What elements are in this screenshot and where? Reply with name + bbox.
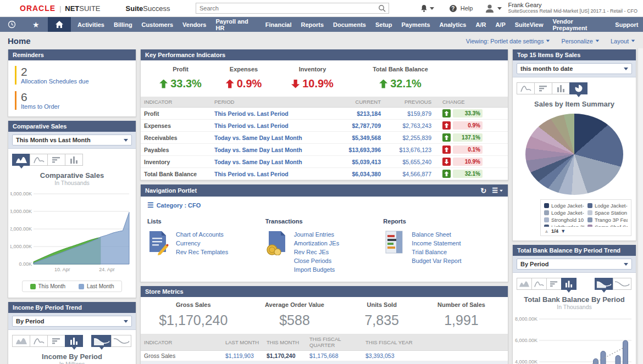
nav-item-ap[interactable]: A/P	[491, 17, 510, 32]
kpi-total-bank-balance[interactable]: Total Bank Balance 32.1%	[352, 66, 448, 90]
nav-item-financial[interactable]: Financial	[260, 17, 296, 32]
nav-item-ar[interactable]: A/R	[471, 17, 491, 32]
bank-balance-header[interactable]: Total Bank Balance By Period Trend	[513, 245, 636, 256]
kpi-row-inventory[interactable]: InventoryToday vs. Same Day Last Month $…	[141, 156, 508, 168]
link-balance-sheet[interactable]: Balance Sheet	[412, 230, 461, 239]
bank-balance-period-select[interactable]: By Period	[517, 259, 632, 270]
link-income-statement[interactable]: Income Statement	[412, 239, 461, 248]
kpi-row-receivables[interactable]: ReceivablesToday vs. Same Day Last Month…	[141, 132, 508, 144]
category-link[interactable]: ☰Category : CFO	[147, 201, 501, 209]
nav-item-payments[interactable]: Payments	[397, 17, 435, 32]
sales-pie-chart[interactable]	[525, 114, 623, 195]
income-by-period-header[interactable]: Income By Period Trend	[8, 302, 136, 313]
nav-item-setup[interactable]: Setup	[370, 17, 397, 32]
income-period-select[interactable]: By Period	[12, 316, 132, 327]
trend-on-icon[interactable]	[91, 335, 112, 347]
kpi-portlet-header[interactable]: Key Performance Indicators	[141, 49, 508, 60]
global-search[interactable]	[196, 3, 389, 14]
vbar-chart-icon[interactable]	[65, 335, 83, 347]
recent-records-icon[interactable]	[0, 17, 24, 32]
nav-item-documents[interactable]: Documents	[329, 17, 371, 32]
kpi-row-profit[interactable]: ProfitThis Period vs. Last Period $213,1…	[141, 108, 508, 120]
home-icon[interactable]	[48, 17, 71, 32]
nav-item-suiteview[interactable]: SuiteView	[510, 17, 548, 32]
nav-item-customers[interactable]: Customers	[137, 17, 178, 32]
shortcuts-icon[interactable]: ★	[24, 17, 48, 32]
kpi-expenses[interactable]: Expenses 0.9%	[215, 66, 273, 90]
portlet-date-settings-menu[interactable]: Viewing: Portlet date settings	[466, 38, 551, 44]
notifications-icon[interactable]	[420, 4, 434, 13]
trend-off-icon[interactable]	[613, 278, 631, 290]
link-currency[interactable]: Currency	[176, 239, 228, 248]
reminder-items-to-order[interactable]: 6 Items to Order	[15, 91, 129, 110]
line-chart-icon[interactable]	[30, 335, 48, 347]
page-scrollbar[interactable]	[638, 48, 643, 364]
link-trial-balance[interactable]: Trial Balance	[412, 248, 461, 256]
nav-item-vendor-prepayment[interactable]: Vendor Prepayment	[548, 17, 611, 32]
metric-number-of-sales: Number of Sales1,991	[419, 301, 503, 328]
link-budget-var-report[interactable]: Budget Var Report	[412, 256, 461, 265]
link-chart-of-accounts[interactable]: Chart of Accounts	[176, 230, 228, 239]
top-items-period-select[interactable]: this month to date	[517, 63, 632, 74]
refresh-icon[interactable]: ↻	[480, 187, 486, 194]
nav-item-vendors[interactable]: Vendors	[178, 17, 211, 32]
link-journal-entries[interactable]: Journal Entries	[294, 230, 340, 239]
vbar-chart-icon[interactable]	[552, 82, 570, 94]
help-label[interactable]: Help	[461, 5, 473, 12]
portlet-menu-icon[interactable]: ☰	[492, 187, 503, 194]
reminder-label[interactable]: Items to Order	[21, 103, 59, 110]
line-chart-icon[interactable]	[531, 278, 547, 290]
user-menu[interactable]	[484, 4, 502, 13]
link-rev-rec-jes[interactable]: Rev Rec JEs	[294, 248, 340, 256]
trend-off-icon[interactable]	[111, 335, 131, 347]
nav-item-reports[interactable]: Reports	[296, 17, 329, 32]
kpi-inventory[interactable]: Inventory 10.9%	[278, 66, 347, 90]
store-row-gross-sales[interactable]: Gross Sales$1,119,903$1,170,240$1,175,66…	[141, 351, 508, 361]
hbar-chart-icon[interactable]	[534, 82, 552, 94]
top-items-header[interactable]: Top 15 Items By Sales	[513, 49, 636, 60]
area-chart-icon[interactable]	[12, 154, 30, 166]
navigation-portlet-header[interactable]: Navigation Portlet ↻ ☰	[141, 184, 508, 197]
kpi-row-expenses[interactable]: ExpensesThis Period vs. Last Period $2,7…	[141, 120, 508, 132]
trend-on-icon[interactable]	[595, 278, 613, 290]
vbar-chart-icon[interactable]	[561, 278, 577, 290]
area-chart-icon[interactable]	[517, 278, 532, 290]
kpi-row-total-bank-balance[interactable]: Total Bank BalanceThis Period vs. Last P…	[141, 168, 508, 180]
legend-this-month: This Month	[30, 283, 65, 289]
comparative-sales-header[interactable]: Comparative Sales	[8, 121, 136, 132]
pager-up-icon[interactable]: ▲	[544, 228, 549, 234]
pager-down-icon[interactable]: ▼	[561, 228, 566, 234]
kpi-row-payables[interactable]: PayablesToday vs. Same Day Last Month $1…	[141, 144, 508, 156]
search-icon[interactable]	[378, 4, 386, 12]
brand-logo[interactable]: ORACLE | NETSUITE SuiteSuccess	[20, 4, 170, 13]
hbar-chart-icon[interactable]	[47, 335, 65, 347]
reminders-portlet-header[interactable]: Reminders	[8, 49, 136, 60]
nav-item-activities[interactable]: Activities	[73, 17, 109, 32]
comparative-sales-period-select[interactable]: This Month vs Last Month	[12, 135, 132, 145]
kpi-profit[interactable]: Profit 33.3%	[152, 66, 209, 90]
comparative-sales-chart: 4,000.00K 3,000.00K 2,000.00K 1,000.00K …	[8, 186, 136, 277]
area-chart-icon[interactable]	[12, 335, 30, 347]
nav-item-support[interactable]: Support	[611, 17, 643, 32]
line-chart-icon[interactable]	[30, 154, 48, 166]
nav-item-billing[interactable]: Billing	[109, 17, 137, 32]
layout-menu[interactable]: Layout	[611, 38, 635, 44]
hbar-chart-icon[interactable]	[47, 154, 65, 166]
pie-chart-icon[interactable]	[569, 82, 587, 94]
link-import-budgets[interactable]: Import Budgets	[294, 265, 340, 274]
vbar-chart-icon[interactable]	[65, 154, 83, 166]
nav-item-payroll-hr[interactable]: Payroll and HR	[211, 17, 260, 32]
personalize-menu[interactable]: Personalize	[561, 38, 599, 44]
link-close-periods[interactable]: Close Periods	[294, 256, 340, 265]
nav-item-analytics[interactable]: Analytics	[435, 17, 471, 32]
link-rev-rec-templates[interactable]: Rev Rec Templates	[176, 248, 228, 256]
search-input[interactable]	[196, 5, 378, 12]
help-icon[interactable]: ?	[450, 5, 457, 12]
link-amortization-jes[interactable]: Amortization JEs	[294, 239, 340, 248]
hbar-chart-icon[interactable]	[546, 278, 562, 290]
line-chart-icon[interactable]	[517, 82, 535, 94]
comparative-sales-legend: This Month Last Month	[22, 281, 123, 292]
reminder-label[interactable]: Allocation Schedules due	[21, 78, 89, 85]
reminder-allocation-schedules[interactable]: 2 Allocation Schedules due	[15, 66, 129, 85]
store-metrics-header[interactable]: Store Metrics	[141, 286, 508, 297]
